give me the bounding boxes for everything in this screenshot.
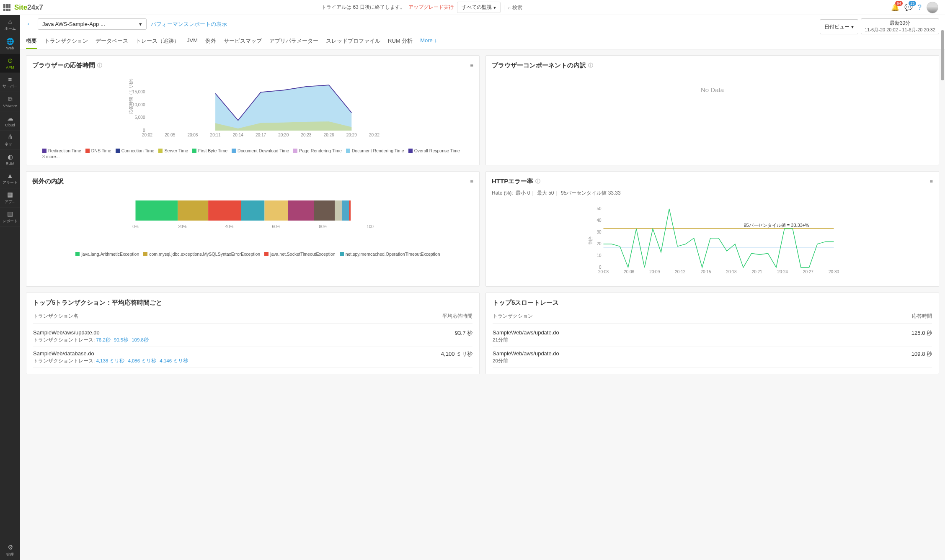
card-http-error: HTTPエラー率ⓘ ≡ Rate (%): 最小 0| 最大 50| 95パーセ… [485, 171, 939, 287]
trace-link[interactable]: 4,086 ミリ秒 [128, 358, 156, 363]
svg-text:20:12: 20:12 [675, 270, 685, 274]
tab-rum[interactable]: RUM 分析 [388, 34, 413, 49]
trace-link[interactable]: 90.5秒 [114, 337, 128, 342]
table-row[interactable]: 4,100 ミリ秒SampleWeb/database.doトランザクショントレ… [33, 347, 472, 368]
legend-item[interactable]: Document Download Time [232, 148, 289, 153]
info-icon[interactable]: ⓘ [97, 62, 102, 69]
nav-network[interactable]: ⋔ネッ... [0, 131, 20, 150]
svg-text:20:03: 20:03 [598, 270, 609, 274]
legend-item[interactable]: Document Rendering Time [346, 148, 404, 153]
legend-item[interactable]: Page Rendering Time [293, 148, 342, 153]
table-row[interactable]: 125.0 秒SampleWeb/aws/update.do21分前 [493, 326, 932, 347]
chart-exceptions: 0%20%40%60%80%100 [32, 190, 473, 249]
tab-appparams[interactable]: アプリパラメーター [269, 34, 318, 49]
tab-jvm[interactable]: JVM [187, 34, 198, 49]
svg-text:95パーセンタイル値 = 33.33÷%: 95パーセンタイル値 = 33.33÷% [744, 223, 809, 228]
trace-link[interactable]: 4,138 ミリ秒 [96, 358, 124, 363]
notification-bell[interactable]: 🔔64 [891, 3, 899, 11]
svg-text:20:32: 20:32 [369, 133, 380, 137]
legend-item[interactable]: com.mysql.jdbc.exceptions.MySQLSyntaxErr… [143, 252, 260, 257]
tab-more[interactable]: More ↓ [420, 34, 437, 49]
upgrade-link[interactable]: アップグレード実行 [408, 4, 454, 11]
nav-server[interactable]: ≡サーバー [0, 73, 20, 92]
search-icon: ⌕ [508, 5, 511, 10]
tab-exception[interactable]: 例外 [205, 34, 216, 49]
legend-item[interactable]: java.lang.ArithmeticException [75, 252, 139, 257]
chevron-down-icon: ▾ [493, 5, 496, 10]
nav-alerts[interactable]: ▲アラート [0, 169, 20, 188]
legend-item[interactable]: DNS Time [85, 148, 111, 153]
legend-item[interactable]: Overall Response Time [408, 148, 460, 153]
nav-vmware[interactable]: ⧉VMware [0, 92, 20, 111]
search-input[interactable] [512, 5, 613, 10]
svg-rect-25 [349, 200, 351, 221]
trial-text: トライアルは 63 日後に終了します。 [321, 4, 405, 11]
card-menu-icon[interactable]: ≡ [470, 62, 473, 69]
card-exceptions: 例外の内訳 ≡ 0%20%40%60%80%100 java.lang.Arit… [26, 171, 480, 287]
trace-link[interactable]: 109.8秒 [132, 337, 149, 342]
search-box[interactable]: ⌕ [504, 5, 613, 10]
scrollbar[interactable] [941, 30, 944, 560]
table-row[interactable]: 109.8 秒SampleWeb/aws/update.do20分前 [493, 347, 932, 368]
card-title: ブラウザーの応答時間 [32, 62, 95, 69]
svg-text:5,000: 5,000 [134, 115, 145, 120]
back-arrow[interactable]: ← [26, 20, 34, 28]
no-data-text: No Data [492, 74, 933, 106]
card-title: 例外の内訳 [32, 177, 64, 185]
nav-apps[interactable]: ▦アプ... [0, 188, 20, 208]
nav-home[interactable]: ⌂ホーム [0, 15, 20, 34]
card-title: HTTPエラー率 [492, 177, 533, 185]
tab-database[interactable]: データベース [96, 34, 128, 49]
card-browser-components: ブラウザーコンポーネントの内訳ⓘ No Data [485, 55, 939, 165]
svg-text:80%: 80% [319, 224, 327, 229]
help-icon[interactable]: ? [918, 4, 922, 11]
svg-text:20: 20 [596, 241, 602, 246]
table-row[interactable]: 93.7 秒SampleWeb/aws/update.doトランザクショントレー… [33, 326, 472, 347]
trace-link[interactable]: 76.2秒 [96, 337, 110, 342]
svg-text:10: 10 [596, 253, 602, 258]
tab-trace[interactable]: トレース（追跡） [136, 34, 179, 49]
tab-servicemap[interactable]: サービスマップ [224, 34, 262, 49]
nav-web[interactable]: 🌐Web [0, 34, 20, 54]
chat-icon-wrap[interactable]: 💬13 [904, 3, 913, 11]
nav-reports[interactable]: ▤レポート [0, 208, 20, 227]
legend-item[interactable]: net.spy.memcached.OperationTimeoutExcept… [340, 252, 440, 257]
network-icon: ⋔ [8, 133, 13, 141]
svg-text:20:21: 20:21 [752, 270, 762, 274]
trace-link[interactable]: 4,146 ミリ秒 [160, 358, 188, 363]
apps-grid-icon[interactable] [3, 4, 11, 11]
svg-text:20%: 20% [178, 224, 186, 229]
nav-cloud[interactable]: ☁Cloud [0, 111, 20, 131]
legend-item[interactable]: Redirection Time [42, 148, 81, 153]
legend-item[interactable]: java.net.SocketTimeoutException [264, 252, 335, 257]
server-icon: ≡ [8, 76, 12, 83]
svg-text:20:23: 20:23 [301, 133, 311, 137]
nav-admin[interactable]: ⚙管理 [0, 541, 20, 560]
svg-text:15,000: 15,000 [132, 90, 145, 94]
monitor-select[interactable]: すべての監視 ▾ [457, 2, 501, 13]
date-view-button[interactable]: 日付ビュー▾ [820, 19, 858, 34]
nav-rum[interactable]: ◐RUM [0, 150, 20, 169]
tab-threadprofile[interactable]: スレッドプロファイル [326, 34, 380, 49]
card-title: トップ5スロートレース [493, 299, 932, 307]
legend-more[interactable]: 3 more... [32, 154, 473, 159]
svg-text:20:17: 20:17 [256, 133, 266, 137]
svg-text:60%: 60% [272, 224, 280, 229]
card-response-time: ブラウザーの応答時間ⓘ ≡ 応答時間（ミリ秒） 05,00010,00015,0… [26, 55, 480, 165]
tab-transaction[interactable]: トランザクション [44, 34, 88, 49]
svg-text:0: 0 [143, 128, 145, 133]
perf-report-link[interactable]: パフォーマンスレポートの表示 [151, 21, 227, 28]
card-menu-icon[interactable]: ≡ [470, 178, 473, 185]
date-range[interactable]: 最新30分 11-6月-20 20:02 - 11-6月-20 20:32 [861, 18, 939, 34]
card-menu-icon[interactable]: ≡ [930, 178, 933, 185]
app-select[interactable]: Java AWS-Sample-App ...▾ [38, 18, 147, 30]
legend-item[interactable]: Connection Time [116, 148, 155, 153]
legend-item[interactable]: First Byte Time [192, 148, 227, 153]
info-icon[interactable]: ⓘ [535, 178, 540, 185]
info-icon[interactable]: ⓘ [588, 62, 593, 69]
nav-apm[interactable]: ⊙APM [0, 54, 20, 73]
tab-overview[interactable]: 概要 [26, 34, 37, 49]
legend-item[interactable]: Server Time [158, 148, 188, 153]
chevron-down-icon: ▾ [139, 21, 142, 27]
avatar[interactable] [927, 2, 938, 13]
